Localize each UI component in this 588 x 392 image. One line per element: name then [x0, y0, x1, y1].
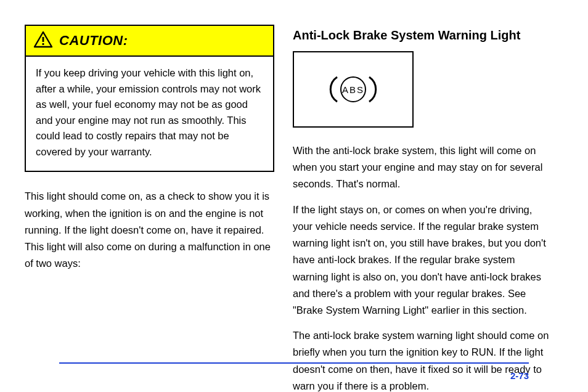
caution-title: CAUTION: [59, 33, 128, 49]
abs-warning-heading: Anti-Lock Brake System Warning Light [293, 28, 552, 43]
caution-box: CAUTION: If you keep driving your vehicl… [25, 25, 274, 172]
footer-divider [59, 362, 529, 364]
abs-paragraph: With the anti-lock brake system, this li… [293, 142, 552, 193]
caution-header: CAUTION: [26, 26, 273, 57]
svg-rect-1 [43, 37, 44, 42]
warning-triangle-icon [33, 31, 53, 51]
abs-body-text: With the anti-lock brake system, this li… [293, 142, 552, 392]
caution-body: If you keep driving your vehicle with th… [26, 57, 273, 171]
abs-warning-light-figure: ABS [293, 51, 414, 128]
caution-followup-text: This light should come on, as a check to… [25, 172, 274, 272]
page-number: 2-73 [510, 370, 529, 381]
abs-indicator-label: ABS [342, 84, 364, 95]
svg-rect-2 [43, 43, 44, 45]
abs-paragraph: The anti-lock brake system warning light… [293, 327, 552, 392]
abs-paragraph: If the light stays on, or comes on when … [293, 202, 552, 319]
